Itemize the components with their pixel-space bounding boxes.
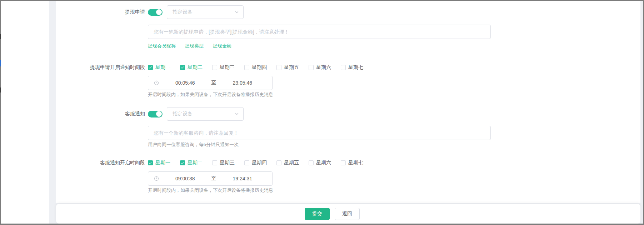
weekday-checkbox[interactable]: 星期六 [309, 64, 331, 71]
withdraw-device-select[interactable]: 指定设备 [167, 5, 244, 19]
checkbox-icon [276, 65, 281, 70]
weekday-checkbox-group: 星期一 星期二 星期三 [148, 160, 373, 166]
weekday-checkbox[interactable]: 星期四 [244, 160, 267, 166]
checkbox-icon [341, 65, 346, 70]
submit-button[interactable]: 提交 [305, 208, 330, 220]
weekday-label: 星期七 [348, 64, 363, 71]
service-schedule-row: 客服通知开启时间段 星期一 星期二 [56, 159, 640, 166]
insert-variable-link[interactable]: 提现类型 [185, 43, 204, 49]
weekday-label: 星期一 [155, 160, 170, 166]
service-message-input[interactable] [148, 126, 491, 140]
weekday-checkbox[interactable]: 星期六 [309, 160, 331, 166]
back-button[interactable]: 返回 [335, 208, 360, 220]
weekday-label: 星期三 [220, 160, 235, 166]
time-separator: 至 [211, 175, 216, 182]
weekday-checkbox[interactable]: 星期三 [212, 160, 235, 166]
weekday-checkbox[interactable]: 星期二 [180, 64, 203, 71]
chevron-down-icon [235, 112, 239, 116]
weekday-label: 星期七 [348, 160, 363, 166]
withdraw-schedule-label: 提现申请开启通知时间段 [56, 64, 145, 71]
service-notice-row: 客服通知 指定设备 [56, 107, 640, 121]
withdraw-schedule-hint: 开启时间段内，如果关闭设备，下次开启设备将播报历史消息 [148, 92, 640, 97]
clock-icon [154, 176, 159, 181]
withdraw-message-input[interactable] [148, 25, 491, 39]
checkbox-icon [309, 65, 314, 70]
checkbox-icon [212, 65, 217, 70]
checkbox-icon [148, 160, 153, 165]
checkbox-icon [180, 65, 185, 70]
checkbox-icon [309, 160, 314, 165]
withdraw-notice-label: 提现申请 [56, 9, 145, 15]
time-start-value[interactable]: 00:05:46 [159, 80, 211, 86]
withdraw-notice-row: 提现申请 指定设备 [56, 5, 640, 19]
weekday-label: 星期一 [155, 64, 170, 71]
withdraw-time-range-picker[interactable]: 00:05:46 至 23:05:46 [148, 76, 273, 90]
service-device-select[interactable]: 指定设备 [167, 107, 244, 121]
withdraw-notice-toggle[interactable] [148, 9, 163, 16]
settings-form: 提现申请 指定设备 提现会员昵称 提现类型 [56, 1, 640, 193]
weekday-checkbox[interactable]: 星期三 [212, 64, 235, 71]
notification-settings-card: 提现申请 指定设备 提现会员昵称 提现类型 [56, 1, 640, 203]
weekday-checkbox[interactable]: 星期七 [341, 160, 363, 166]
weekday-label: 星期四 [252, 160, 267, 166]
weekday-label: 星期六 [316, 160, 331, 166]
weekday-checkbox[interactable]: 星期五 [276, 64, 299, 71]
weekday-checkbox[interactable]: 星期四 [244, 64, 267, 71]
service-notice-label: 客服通知 [56, 111, 145, 117]
checkbox-icon [341, 160, 346, 165]
service-notice-toggle[interactable] [148, 111, 163, 118]
weekday-checkbox[interactable]: 星期七 [341, 64, 363, 71]
insert-variable-link[interactable]: 提现金额 [213, 43, 231, 49]
weekday-checkbox[interactable]: 星期二 [180, 160, 203, 166]
select-placeholder: 指定设备 [173, 111, 235, 117]
weekday-label: 星期二 [188, 160, 203, 166]
select-placeholder: 指定设备 [173, 9, 235, 15]
weekday-checkbox-group: 星期一 星期二 星期三 [148, 64, 373, 71]
checkbox-icon [148, 65, 153, 70]
weekday-label: 星期五 [284, 64, 299, 71]
toggle-knob-icon [156, 111, 162, 117]
service-notice-hint: 用户向同一位客服咨询，每5分钟只通知一次 [148, 142, 640, 147]
weekday-label: 星期三 [220, 64, 235, 71]
withdraw-schedule-row: 提现申请开启通知时间段 星期一 星期二 [56, 64, 640, 71]
chevron-down-icon [235, 10, 239, 14]
service-schedule-hint: 开启时间段内，如果关闭设备，下次开启设备将播报历史消息 [148, 188, 640, 193]
checkbox-icon [212, 160, 217, 165]
left-sidebar [1, 1, 49, 224]
checkbox-icon [180, 160, 185, 165]
weekday-checkbox[interactable]: 星期一 [148, 64, 170, 71]
time-end-value[interactable]: 19:24:31 [216, 176, 269, 181]
service-time-range-picker[interactable]: 09:00:38 至 19:24:31 [148, 171, 273, 186]
weekday-label: 星期四 [252, 64, 267, 71]
service-schedule-label: 客服通知开启时间段 [56, 160, 145, 166]
withdraw-variable-links: 提现会员昵称 提现类型 提现金额 [148, 43, 640, 49]
weekday-label: 星期二 [188, 64, 203, 71]
insert-variable-link[interactable]: 提现会员昵称 [148, 43, 176, 49]
browser-viewport: 提现申请 指定设备 提现会员昵称 提现类型 [1, 1, 643, 224]
weekday-checkbox[interactable]: 星期五 [276, 160, 299, 166]
time-end-value[interactable]: 23:05:46 [216, 80, 269, 86]
clock-icon [154, 80, 159, 85]
weekday-checkbox[interactable]: 星期一 [148, 160, 170, 166]
toggle-knob-icon [156, 9, 162, 15]
time-separator: 至 [211, 80, 216, 86]
form-footer-bar: 提交 返回 [56, 204, 640, 224]
weekday-label: 星期六 [316, 64, 331, 71]
checkbox-icon [244, 65, 249, 70]
checkbox-icon [244, 160, 249, 165]
weekday-label: 星期五 [284, 160, 299, 166]
time-start-value[interactable]: 09:00:38 [159, 176, 211, 181]
checkbox-icon [276, 160, 281, 165]
